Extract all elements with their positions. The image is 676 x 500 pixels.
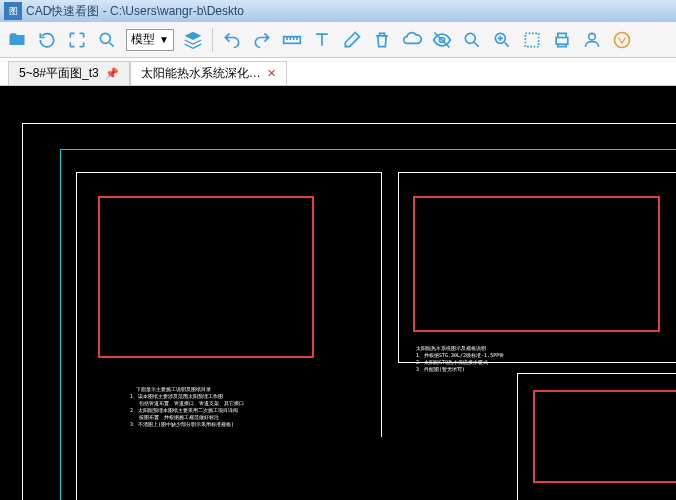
layers-button[interactable] <box>182 29 204 51</box>
panel-line <box>76 172 381 173</box>
cad-text-block: 太阳能热水系统图示及规格说明 1、并根据STG.30L/2级标准-1.5PP管 … <box>416 345 504 373</box>
toolbar-divider <box>212 28 213 52</box>
svg-rect-5 <box>525 33 538 46</box>
red-rect-line <box>533 390 535 483</box>
red-rect-line <box>312 196 314 358</box>
redo-button[interactable] <box>251 29 273 51</box>
close-icon[interactable]: ✕ <box>267 67 276 80</box>
hide-button[interactable] <box>431 29 453 51</box>
vip-button[interactable] <box>611 29 633 51</box>
print-button[interactable] <box>551 29 573 51</box>
window-title: CAD快速看图 - C:\Users\wangr-b\Deskto <box>26 3 244 20</box>
svg-point-7 <box>589 33 596 40</box>
svg-point-3 <box>465 33 475 43</box>
red-rect-line <box>533 390 676 392</box>
svg-point-8 <box>614 32 629 47</box>
panel-line <box>517 373 676 374</box>
export-button[interactable] <box>521 29 543 51</box>
delete-button[interactable] <box>371 29 393 51</box>
tab-label: 太阳能热水系统深化… <box>141 65 261 82</box>
red-rect-line <box>98 196 312 198</box>
tab-plan[interactable]: 5~8#平面图_t3 📌 <box>8 61 130 85</box>
undo-button[interactable] <box>221 29 243 51</box>
chevron-down-icon: ▼ <box>159 34 169 45</box>
cad-text-block: 下面显示主要施工说明及图纸目录 1、该本图纸主要涉及范围太阳预埋工作图 包括管道… <box>130 386 244 428</box>
panel-line <box>381 172 382 437</box>
pin-icon[interactable]: 📌 <box>105 67 119 80</box>
zoom-in-button[interactable] <box>491 29 513 51</box>
dropdown-label: 模型 <box>131 31 155 48</box>
svg-rect-1 <box>284 36 301 43</box>
red-rect-line <box>658 196 660 332</box>
frame-line <box>22 123 676 124</box>
svg-rect-6 <box>556 37 568 44</box>
text-button[interactable] <box>311 29 333 51</box>
app-logo-icon: 图 <box>4 2 22 20</box>
toolbar: 模型 ▼ <box>0 22 676 58</box>
open-file-button[interactable] <box>6 29 28 51</box>
cad-canvas[interactable]: 下面显示主要施工说明及图纸目录 1、该本图纸主要涉及范围太阳预埋工作图 包括管道… <box>0 86 676 500</box>
fit-screen-button[interactable] <box>66 29 88 51</box>
panel-line <box>517 373 518 500</box>
panel-line <box>76 172 77 500</box>
space-dropdown[interactable]: 模型 ▼ <box>126 29 174 51</box>
title-bar: 图 CAD快速看图 - C:\Users\wangr-b\Deskto <box>0 0 676 22</box>
red-rect-line <box>98 196 100 358</box>
cyan-frame-line <box>60 149 61 500</box>
frame-line <box>22 123 23 500</box>
panel-line <box>398 172 676 173</box>
panel-line <box>398 172 399 362</box>
cyan-frame-line <box>60 149 676 150</box>
tab-label: 5~8#平面图_t3 <box>19 65 99 82</box>
measure-button[interactable] <box>281 29 303 51</box>
search-button[interactable] <box>461 29 483 51</box>
red-rect-line <box>98 356 312 358</box>
tab-solar[interactable]: 太阳能热水系统深化… ✕ <box>130 61 287 85</box>
cloud-button[interactable] <box>401 29 423 51</box>
zoom-button[interactable] <box>96 29 118 51</box>
red-rect-line <box>413 196 658 198</box>
svg-point-0 <box>100 33 110 43</box>
red-rect-line <box>413 330 658 332</box>
refresh-button[interactable] <box>36 29 58 51</box>
eraser-button[interactable] <box>341 29 363 51</box>
red-rect-line <box>533 481 676 483</box>
user-button[interactable] <box>581 29 603 51</box>
red-rect-line <box>413 196 415 332</box>
tab-bar: 5~8#平面图_t3 📌 太阳能热水系统深化… ✕ <box>0 58 676 86</box>
